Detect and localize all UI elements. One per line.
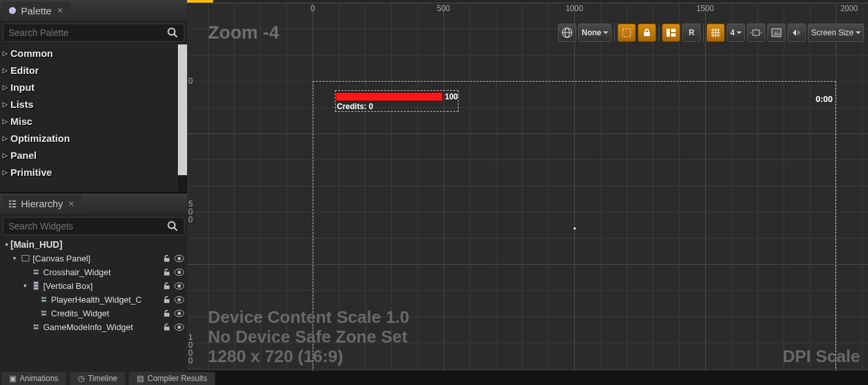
svg-point-35: [178, 298, 181, 301]
svg-rect-20: [34, 273, 39, 275]
svg-point-47: [178, 326, 181, 329]
lock-toggle[interactable]: [638, 24, 656, 42]
outline-toggle[interactable]: [617, 24, 636, 42]
svg-point-41: [178, 312, 181, 315]
grid-snap-toggle[interactable]: [706, 24, 725, 42]
expand-icon[interactable]: ▷: [3, 152, 10, 159]
unlock-icon[interactable]: [162, 295, 171, 304]
hierarchy-item[interactable]: PlayerHealth_Widget_C: [0, 293, 187, 307]
hierarchy-root[interactable]: ▾ [Main_HUD]: [0, 238, 187, 252]
svg-rect-55: [671, 33, 676, 37]
palette-category[interactable]: ▷Lists: [0, 95, 187, 112]
tab-animations[interactable]: ▣Animations: [1, 372, 66, 385]
svg-rect-8: [9, 206, 12, 207]
palette-category[interactable]: ▷Common: [0, 44, 187, 61]
render-transform-button[interactable]: R: [682, 24, 701, 42]
visibility-icon[interactable]: [174, 254, 184, 263]
expand-icon[interactable]: ▾: [10, 255, 18, 261]
scrollbar-thumb[interactable]: [178, 44, 187, 175]
umg-viewport[interactable]: 0500100015002000 05001000 Zoom -4 None R…: [187, 3, 868, 371]
expand-icon[interactable]: ▾: [21, 282, 29, 289]
svg-rect-51: [623, 29, 631, 37]
palette-tab[interactable]: Palette ✕: [3, 2, 70, 20]
unlock-icon[interactable]: [162, 282, 171, 290]
layout-transform-button[interactable]: [662, 24, 680, 42]
health-bar: [336, 92, 443, 101]
palette-search-input[interactable]: [3, 27, 167, 38]
palette-category[interactable]: ▷Input: [0, 78, 187, 95]
widget-icon: [20, 254, 31, 263]
close-icon[interactable]: ✕: [56, 6, 65, 15]
hierarchy-item[interactable]: ▾[Vertical Box]: [0, 279, 187, 293]
palette-category[interactable]: ▷Editor: [0, 61, 187, 78]
hierarchy-item[interactable]: Credits_Widget: [0, 307, 187, 320]
svg-point-29: [178, 284, 181, 288]
hierarchy-item[interactable]: Crosshair_Widget: [0, 265, 187, 279]
expand-icon[interactable]: ▷: [3, 84, 10, 91]
localization-dropdown[interactable]: None: [578, 24, 612, 42]
palette-category[interactable]: ▷Misc: [0, 112, 187, 129]
expand-icon[interactable]: ▷: [3, 67, 10, 74]
dashed-rect-icon: [621, 27, 632, 38]
palette-tab-bar: Palette ✕: [0, 0, 187, 21]
visibility-icon[interactable]: [174, 268, 184, 276]
expand-icon[interactable]: ▷: [3, 169, 10, 176]
svg-line-13: [174, 227, 177, 231]
svg-rect-42: [34, 325, 37, 327]
palette-category-list: ▷Common▷Editor▷Input▷Lists▷Misc▷Optimiza…: [0, 44, 187, 192]
hierarchy-tab-bar: Hierarchy ✕: [0, 193, 187, 214]
svg-point-4: [168, 28, 175, 35]
expand-icon[interactable]: ▷: [3, 118, 10, 125]
palette-category[interactable]: ▷Optimization: [0, 129, 187, 146]
zoom-label: Zoom -4: [208, 22, 279, 43]
credits-widget[interactable]: Credits: 0: [336, 102, 458, 111]
palette-category[interactable]: ▷Primitive: [0, 163, 187, 180]
tab-timeline[interactable]: ◷Timeline: [70, 372, 125, 385]
layout-icon: [666, 28, 676, 37]
tab-compiler-results[interactable]: ▤Compiler Results: [129, 372, 215, 385]
flip-button[interactable]: [788, 24, 806, 42]
grid-snap-value[interactable]: 4: [727, 24, 745, 42]
unlock-icon[interactable]: [162, 268, 171, 276]
unlock-icon[interactable]: [162, 309, 171, 318]
hierarchy-item[interactable]: GameModeInfo_Widget: [0, 320, 187, 334]
hierarchy-tab[interactable]: Hierarchy ✕: [3, 195, 81, 212]
close-icon[interactable]: ✕: [67, 199, 76, 209]
palette-search[interactable]: [3, 24, 184, 42]
crosshair-widget[interactable]: [574, 227, 576, 229]
visibility-icon[interactable]: [174, 282, 184, 290]
svg-rect-54: [671, 29, 676, 32]
unlock-icon[interactable]: [162, 254, 171, 263]
svg-rect-26: [34, 288, 39, 290]
svg-rect-52: [644, 32, 650, 36]
widget-icon: [31, 267, 41, 276]
hierarchy-search[interactable]: [3, 217, 184, 235]
palette-category[interactable]: ▷Panel: [0, 146, 187, 163]
screen-size-dropdown[interactable]: Screen Size: [808, 24, 864, 42]
visibility-icon[interactable]: [174, 323, 184, 331]
localization-button[interactable]: [558, 24, 576, 42]
widget-icon: [31, 322, 41, 331]
expand-icon[interactable]: ▾: [3, 241, 10, 248]
resolution-button[interactable]: [747, 24, 765, 42]
preview-image-button[interactable]: [767, 24, 786, 42]
vertical-box-widget[interactable]: 100 Credits: 0: [335, 90, 459, 112]
globe-icon: [561, 27, 573, 39]
player-health-widget[interactable]: 100: [336, 91, 458, 102]
visibility-icon[interactable]: [174, 295, 184, 304]
palette-tab-label: Palette: [21, 5, 52, 16]
visibility-icon[interactable]: [174, 309, 184, 318]
hierarchy-search-input[interactable]: [3, 221, 167, 231]
svg-line-5: [174, 34, 177, 37]
svg-rect-9: [12, 200, 16, 201]
expand-icon[interactable]: ▷: [3, 50, 10, 57]
svg-rect-11: [12, 206, 16, 207]
scrollbar[interactable]: [178, 44, 187, 192]
expand-icon[interactable]: ▷: [3, 101, 10, 108]
gamemode-timer[interactable]: 0:00: [816, 94, 833, 104]
expand-icon[interactable]: ▷: [3, 135, 10, 142]
svg-rect-14: [22, 256, 29, 261]
hierarchy-item[interactable]: ▾[Canvas Panel]: [0, 252, 187, 265]
svg-rect-19: [37, 270, 39, 272]
unlock-icon[interactable]: [162, 323, 171, 331]
